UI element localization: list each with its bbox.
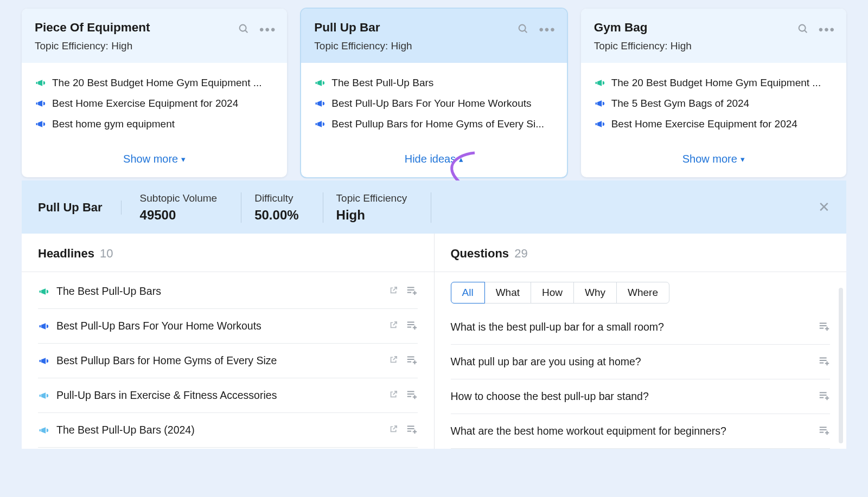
detail-header: Pull Up Bar Subtopic Volume 49500 Diffic… [22,180,846,234]
headline-item[interactable]: The Best Pull-Up Bars [38,274,418,309]
external-link-icon[interactable] [389,285,398,298]
filter-tab-where[interactable]: Where [616,282,669,304]
filter-tab-all[interactable]: All [451,282,485,304]
idea-item[interactable]: Best home gym equipment [35,118,274,130]
chevron-down-icon: ▾ [181,154,186,164]
headline-item[interactable]: Best Pull-Up Bars For Your Home Workouts [38,309,418,344]
card-efficiency: Topic Efficiency: High [35,40,274,52]
question-item[interactable]: How to choose the best pull-up bar stand… [451,379,831,414]
add-to-list-icon[interactable] [406,284,418,299]
megaphone-icon [314,119,325,130]
show-more-link[interactable]: Show more▾ [682,153,745,165]
external-link-icon[interactable] [389,354,398,367]
detail-panel: Pull Up Bar Subtopic Volume 49500 Diffic… [22,180,846,449]
hide-ideas-link[interactable]: Hide ideas▴ [405,153,464,165]
add-to-list-icon[interactable] [406,319,418,333]
topic-card-piece-of-equipment[interactable]: Piece Of Equipment Topic Efficiency: Hig… [22,9,287,177]
headline-item[interactable]: Pull-Up Bars in Exercise & Fitness Acces… [38,378,418,413]
close-icon[interactable]: ✕ [818,199,830,216]
idea-item[interactable]: Best Pull-Up Bars For Your Home Workouts [314,98,553,109]
megaphone-icon [38,286,49,297]
add-to-list-icon[interactable] [406,353,418,368]
idea-item[interactable]: Best Home Exercise Equipment for 2024 [594,118,833,130]
megaphone-icon [314,78,325,88]
search-icon[interactable] [238,23,250,37]
megaphone-icon [38,356,49,366]
filter-tab-what[interactable]: What [484,282,531,304]
detail-title: Pull Up Bar [38,201,122,215]
idea-item[interactable]: The 20 Best Budget Home Gym Equipment ..… [594,77,833,89]
idea-item[interactable]: The 20 Best Budget Home Gym Equipment ..… [35,77,274,89]
search-icon[interactable] [797,23,809,37]
megaphone-icon [594,119,605,130]
more-icon[interactable]: ••• [539,23,556,36]
svg-line-1 [245,30,247,33]
filter-tab-how[interactable]: How [531,282,574,304]
megaphone-icon [38,390,49,401]
filter-tab-why[interactable]: Why [573,282,617,304]
megaphone-icon [38,425,49,436]
add-to-list-icon[interactable] [818,424,830,438]
add-to-list-icon[interactable] [406,423,418,437]
megaphone-icon [314,98,325,109]
metric-subtopic-volume: Subtopic Volume 49500 [140,192,242,223]
idea-item[interactable]: Best Pullup Bars for Home Gyms of Every … [314,118,553,130]
more-icon[interactable]: ••• [259,23,276,36]
add-to-list-icon[interactable] [818,320,830,334]
idea-item[interactable]: The 5 Best Gym Bags of 2024 [594,98,833,109]
svg-point-4 [799,25,805,31]
question-item[interactable]: What is the best pull-up bar for a small… [451,310,831,345]
external-link-icon[interactable] [389,320,398,332]
question-filter-tabs: All What How Why Where [451,282,831,304]
card-header: Pull Up Bar Topic Efficiency: High ••• [301,9,566,63]
headlines-title: Headlines 10 [38,247,418,261]
headline-item[interactable]: Best Pullup Bars for Home Gyms of Every … [38,344,418,378]
card-efficiency: Topic Efficiency: High [314,40,553,52]
topic-card-pull-up-bar[interactable]: Pull Up Bar Topic Efficiency: High ••• T… [301,9,566,177]
megaphone-icon [35,98,46,109]
chevron-down-icon: ▾ [741,154,745,164]
show-more-link[interactable]: Show more▾ [123,153,186,165]
add-to-list-icon[interactable] [818,354,830,369]
external-link-icon[interactable] [389,424,398,436]
headline-item[interactable]: The Best Pull-Up Bars (2024) [38,413,418,448]
megaphone-icon [35,119,46,130]
idea-item[interactable]: The Best Pull-Up Bars [314,77,553,89]
more-icon[interactable]: ••• [819,23,835,36]
card-header: Gym Bag Topic Efficiency: High ••• [581,9,846,63]
card-efficiency: Topic Efficiency: High [594,40,833,52]
questions-panel: Questions 29 All What How Why Where What… [435,234,847,449]
megaphone-icon [594,78,605,88]
idea-item[interactable]: Best Home Exercise Equipment for 2024 [35,98,274,109]
question-item[interactable]: What pull up bar are you using at home? [451,345,831,379]
add-to-list-icon[interactable] [406,388,418,403]
search-icon[interactable] [517,23,529,37]
headlines-panel: Headlines 10 The Best Pull-Up Bars Best … [22,234,435,449]
megaphone-icon [38,321,49,332]
svg-line-5 [805,30,807,33]
external-link-icon[interactable] [389,389,398,402]
svg-line-3 [525,30,527,33]
questions-title: Questions 29 [451,247,831,261]
megaphone-icon [594,98,605,109]
svg-point-2 [519,25,526,31]
card-header: Piece Of Equipment Topic Efficiency: Hig… [22,9,287,63]
question-item[interactable]: What are the best home workout equipment… [451,414,831,449]
metric-topic-efficiency: Topic Efficiency High [336,192,432,223]
metric-difficulty: Difficulty 50.00% [254,192,323,223]
scrollbar[interactable] [839,288,843,443]
chevron-up-icon: ▴ [459,154,463,164]
svg-point-0 [240,25,246,31]
topic-cards-row: Piece Of Equipment Topic Efficiency: Hig… [0,9,868,177]
megaphone-icon [35,78,46,88]
add-to-list-icon[interactable] [818,389,830,404]
topic-card-gym-bag[interactable]: Gym Bag Topic Efficiency: High ••• The 2… [581,9,846,177]
